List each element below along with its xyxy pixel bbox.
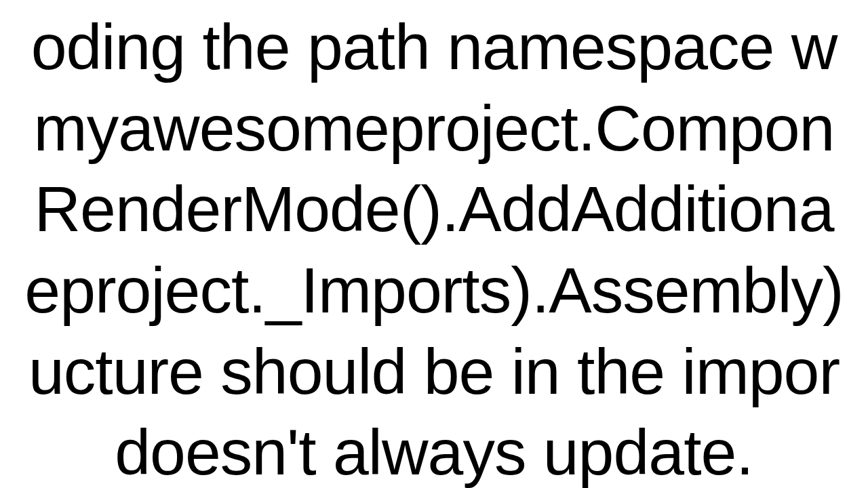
text-line-5: ucture should be in the impor bbox=[0, 331, 868, 413]
text-line-1: oding the path namespace w bbox=[0, 7, 868, 88]
text-line-4: eproject._Imports).Assembly) bbox=[0, 250, 868, 331]
text-line-2: myawesomeproject.Compon bbox=[0, 88, 868, 169]
text-line-3: RenderMode().AddAdditiona bbox=[0, 169, 868, 250]
cropped-text-block: oding the path namespace w myawesomeproj… bbox=[0, 7, 868, 488]
text-line-6: doesn't always update. bbox=[0, 412, 868, 488]
